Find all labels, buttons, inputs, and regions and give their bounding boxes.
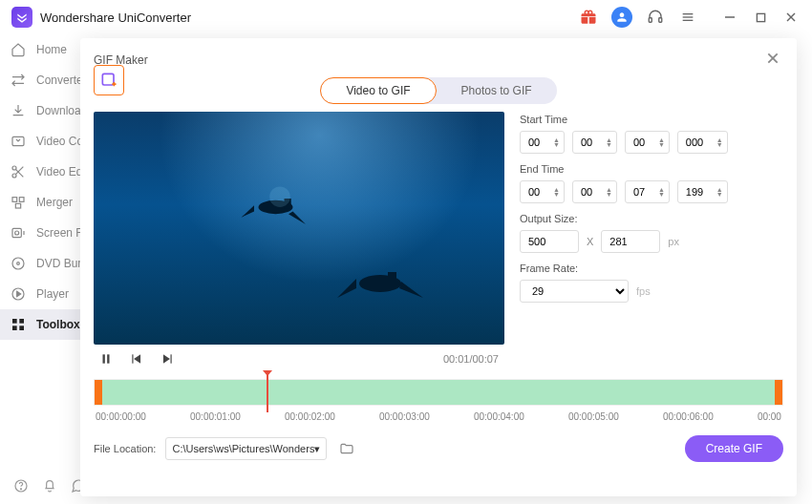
svg-point-18 — [15, 231, 19, 235]
home-icon — [10, 41, 27, 58]
svg-rect-38 — [107, 354, 109, 363]
tick: 00:00:05:00 — [568, 411, 619, 422]
close-icon[interactable] — [762, 48, 783, 72]
bell-icon[interactable] — [42, 478, 57, 496]
record-icon — [10, 224, 27, 242]
sidebar-item-compressor[interactable]: Video Compressor — [0, 126, 80, 157]
trim-handle-left[interactable] — [95, 380, 102, 405]
prev-frame-button[interactable] — [130, 352, 143, 366]
tick: 00:00:04:00 — [474, 411, 524, 422]
video-frame[interactable] — [94, 112, 504, 345]
start-ms-input[interactable]: ▲▼ — [677, 131, 728, 154]
file-location-dropdown[interactable]: C:\Users\ws\Pictures\Wonders ▾ — [165, 437, 327, 460]
svg-rect-40 — [132, 354, 133, 363]
sidebar-item-merger[interactable]: Merger — [0, 187, 80, 218]
sidebar-label: Converter — [36, 74, 80, 87]
sidebar-item-player[interactable]: Player — [0, 279, 80, 309]
fps-label: fps — [636, 285, 651, 297]
play-icon — [10, 285, 27, 303]
next-frame-button[interactable] — [160, 352, 174, 366]
tab-video-to-gif[interactable]: Video to GIF — [320, 77, 436, 104]
sidebar-item-converter[interactable]: Converter — [0, 65, 80, 95]
sidebar-item-downloader[interactable]: Downloader — [0, 95, 80, 126]
gif-maker-modal: GIF Maker Video to GIF Photos to GIF 00:… — [80, 38, 797, 496]
sidebar-label: Merger — [36, 196, 73, 209]
create-gif-button[interactable]: Create GIF — [685, 435, 783, 462]
svg-rect-14 — [12, 198, 17, 202]
frame-rate-label: Frame Rate: — [520, 262, 783, 274]
svg-point-11 — [12, 174, 16, 178]
settings-panel: Start Time ▲▼ ▲▼ ▲▼ ▲▼ End Time ▲▼ ▲▼ ▲▼… — [520, 112, 783, 373]
app-logo-icon — [11, 7, 32, 28]
sidebar-label: Downloader — [36, 104, 80, 117]
playhead[interactable] — [267, 374, 268, 412]
output-size-label: Output Size: — [520, 213, 783, 224]
end-ms-input[interactable]: ▲▼ — [677, 180, 728, 203]
svg-rect-26 — [19, 326, 24, 330]
px-label: px — [668, 236, 679, 247]
svg-rect-36 — [388, 272, 396, 284]
sidebar-bottom-icons — [0, 478, 80, 496]
download-icon — [10, 102, 27, 119]
play-time: 00:01/00:07 — [443, 353, 499, 365]
svg-rect-6 — [757, 13, 764, 21]
file-location-label: File Location: — [94, 443, 156, 454]
svg-rect-42 — [171, 354, 172, 363]
title-bar: Wondershare UniConverter — [0, 0, 812, 34]
tab-photos-to-gif[interactable]: Photos to GIF — [437, 77, 557, 104]
headset-icon[interactable] — [646, 8, 665, 27]
video-preview-area: 00:01/00:07 — [94, 112, 504, 373]
end-min-input[interactable]: ▲▼ — [572, 180, 617, 203]
svg-point-19 — [12, 258, 24, 269]
open-folder-button[interactable] — [336, 438, 357, 459]
help-icon[interactable] — [13, 478, 29, 496]
sidebar-item-toolbox[interactable]: Toolbox — [0, 309, 80, 340]
trim-handle-right[interactable] — [775, 380, 782, 405]
tick: 00:00:06:00 — [663, 411, 714, 422]
output-height-input[interactable] — [601, 230, 660, 253]
sidebar-label: Video Compressor — [36, 135, 80, 148]
svg-rect-0 — [649, 18, 652, 23]
svg-rect-31 — [102, 74, 114, 85]
pause-button[interactable] — [99, 352, 113, 366]
start-sec-input[interactable]: ▲▼ — [625, 131, 670, 154]
add-file-button[interactable] — [94, 65, 124, 95]
svg-point-20 — [17, 262, 20, 265]
modal-footer: File Location: C:\Users\ws\Pictures\Wond… — [94, 435, 783, 462]
svg-point-28 — [20, 489, 21, 490]
start-min-input[interactable]: ▲▼ — [572, 131, 617, 154]
svg-rect-25 — [12, 326, 17, 330]
grid-icon — [10, 316, 27, 333]
size-x: X — [587, 236, 593, 247]
timeline-track[interactable] — [94, 379, 783, 406]
end-hour-input[interactable]: ▲▼ — [520, 180, 565, 203]
gift-icon[interactable] — [579, 8, 598, 27]
sidebar-item-dvd[interactable]: DVD Burner — [0, 248, 80, 279]
sidebar-item-recorder[interactable]: Screen Recorder — [0, 218, 80, 248]
svg-marker-41 — [163, 354, 170, 363]
compress-icon — [10, 133, 27, 150]
sidebar-item-editor[interactable]: Video Editor — [0, 157, 80, 187]
tick: 00:00:03:00 — [379, 411, 430, 422]
sidebar-item-home[interactable]: Home — [0, 34, 80, 65]
frame-rate-select[interactable]: 29 — [520, 280, 629, 303]
disc-icon — [10, 255, 27, 272]
scissors-icon — [10, 163, 27, 180]
tick: 00:00:02:00 — [285, 411, 335, 422]
svg-rect-1 — [659, 18, 662, 23]
end-sec-input[interactable]: ▲▼ — [625, 180, 670, 203]
minimize-icon[interactable] — [720, 8, 739, 27]
trim-range[interactable] — [102, 380, 775, 405]
output-width-input[interactable] — [520, 230, 579, 253]
close-window-icon[interactable] — [781, 8, 801, 27]
svg-point-10 — [12, 166, 16, 170]
timeline: 00:00:00:00 00:00:01:00 00:00:02:00 00:0… — [94, 379, 783, 422]
maximize-icon[interactable] — [751, 8, 770, 27]
start-hour-input[interactable]: ▲▼ — [520, 131, 565, 154]
chevron-down-icon: ▾ — [314, 443, 320, 455]
tab-group: Video to GIF Photos to GIF — [94, 77, 783, 104]
svg-rect-15 — [19, 198, 24, 202]
svg-point-34 — [269, 186, 290, 207]
user-avatar-icon[interactable] — [611, 7, 632, 28]
menu-icon[interactable] — [678, 8, 697, 27]
